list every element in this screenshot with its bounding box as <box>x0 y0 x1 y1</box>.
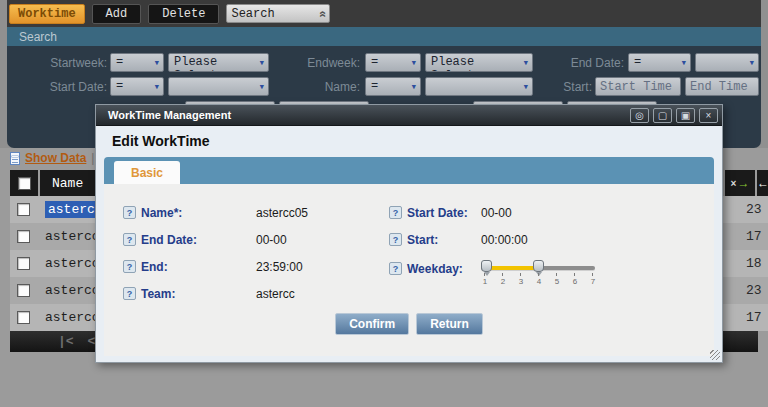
shade-icon[interactable]: ◎ <box>630 108 649 123</box>
row-right-value: 23 <box>746 283 768 298</box>
row-checkbox[interactable] <box>17 311 30 324</box>
tick-label: 6 <box>569 274 581 283</box>
startweek-label: Startweek: <box>35 56 107 70</box>
slider-ticks: 1 2 3 4 5 6 7 <box>481 274 601 290</box>
top-toolbar: Worktime Add Delete Search « <box>7 0 761 27</box>
start-field-value: 00:00:00 <box>481 233 528 247</box>
start-date-label: Start Date: <box>35 80 107 94</box>
close-icon[interactable]: × <box>699 108 718 123</box>
startweek-value-select[interactable]: Please Select <box>168 53 269 72</box>
slider-handle-to[interactable] <box>533 260 544 272</box>
help-icon[interactable]: ? <box>123 206 136 219</box>
help-icon[interactable]: ? <box>389 206 402 219</box>
end-date-value-select[interactable] <box>695 53 759 72</box>
search-panel-header: Search <box>7 27 761 46</box>
tick-label: 7 <box>587 274 599 283</box>
search-collapse-select[interactable]: Search « <box>226 4 330 23</box>
row-checkbox[interactable] <box>17 284 30 297</box>
weekday-range-slider: 1 2 3 4 5 6 7 <box>481 260 601 290</box>
team-field-value: astercc <box>256 287 295 301</box>
name-operator-select[interactable]: = <box>365 77 421 96</box>
tick-label: 2 <box>497 274 509 283</box>
first-page-button[interactable]: |< <box>58 334 74 349</box>
name-value-select[interactable] <box>425 77 533 96</box>
arrow-right-icon: → <box>737 176 749 190</box>
slider-handle-from[interactable] <box>481 260 492 272</box>
help-icon[interactable]: ? <box>123 287 136 300</box>
help-icon[interactable]: ? <box>389 233 402 246</box>
maximize-icon[interactable]: ▣ <box>676 108 695 123</box>
endweek-label: Endweek: <box>295 56 360 70</box>
startweek-operator-select[interactable]: = <box>110 53 164 72</box>
row-checkbox[interactable] <box>17 257 30 270</box>
scroll-left-column-header[interactable]: ← <box>757 170 768 196</box>
separator: | <box>91 151 94 165</box>
row-right-value: 17 <box>746 310 768 325</box>
start-time-to-input[interactable]: End Time <box>685 77 759 96</box>
dialog-tabbar: Basic <box>104 157 714 184</box>
start-date-value-select[interactable] <box>168 77 269 96</box>
end-date-field-value: 00-00 <box>256 233 287 247</box>
show-data-link[interactable]: Show Data <box>25 151 86 165</box>
end-date-field-label: End Date: <box>141 233 197 247</box>
select-all-checkbox[interactable] <box>18 177 31 190</box>
select-all-cell <box>10 170 38 196</box>
row-right-value: 17 <box>746 229 768 244</box>
help-icon[interactable]: ? <box>389 262 402 275</box>
start-field-label: Start: <box>407 233 438 247</box>
dialog-resize-handle[interactable] <box>710 350 720 360</box>
weekday-field-label: Weekday: <box>407 262 463 276</box>
tick-label: 3 <box>515 274 527 283</box>
start-date-operator-select[interactable]: = <box>110 77 164 96</box>
row-right-value: 18 <box>746 256 768 271</box>
end-field-value: 23:59:00 <box>256 260 303 274</box>
dialog-titlebar[interactable]: WorkTime Management ◎ ▢ ▣ × <box>96 105 722 126</box>
end-date-label: End Date: <box>550 56 624 70</box>
help-icon[interactable]: ? <box>123 233 136 246</box>
team-field-label: Team: <box>141 287 175 301</box>
scroll-right-column-header[interactable]: × → <box>725 170 755 196</box>
slider-selected-range <box>484 266 540 270</box>
name-field-value: astercc05 <box>256 206 308 220</box>
start-date-field-value: 00-00 <box>481 206 512 220</box>
endweek-operator-select[interactable]: = <box>365 53 421 72</box>
arrow-left-icon: ← <box>757 176 768 190</box>
name-field-label: Name*: <box>141 206 182 220</box>
tick-label: 1 <box>479 274 491 283</box>
tick-label: 4 <box>533 274 545 283</box>
tick-label: 5 <box>551 274 563 283</box>
delete-button[interactable]: Delete <box>148 4 219 24</box>
end-field-label: End: <box>141 260 168 274</box>
dialog-title: WorkTime Management <box>108 109 231 121</box>
worktime-module-button[interactable]: Worktime <box>9 4 85 24</box>
restore-icon[interactable]: ▢ <box>653 108 672 123</box>
start-time-label: Start: <box>550 80 592 94</box>
return-button[interactable]: Return <box>416 313 483 335</box>
confirm-button[interactable]: Confirm <box>335 313 409 335</box>
dialog-heading: Edit WorkTime <box>112 133 210 149</box>
freeze-x-icon: × <box>731 178 737 189</box>
worktime-dialog: WorkTime Management ◎ ▢ ▣ × Edit WorkTim… <box>95 104 723 363</box>
dialog-buttons: Confirm Return <box>96 313 722 335</box>
endweek-value-select[interactable]: Please Select <box>425 53 533 72</box>
start-time-from-input[interactable]: Start Time <box>595 77 681 96</box>
dialog-window-controls: ◎ ▢ ▣ × <box>630 108 718 123</box>
row-checkbox[interactable] <box>17 203 30 216</box>
tab-basic[interactable]: Basic <box>114 161 180 184</box>
add-button[interactable]: Add <box>92 4 142 24</box>
show-data-icon <box>10 152 20 165</box>
end-date-operator-select[interactable]: = <box>628 53 691 72</box>
start-date-field-label: Start Date: <box>407 206 468 220</box>
row-right-value: 23 <box>746 202 768 217</box>
name-filter-label: Name: <box>295 80 360 94</box>
help-icon[interactable]: ? <box>123 260 136 273</box>
collapse-chevron-icon: « <box>315 10 329 17</box>
search-select-label: Search <box>231 7 274 21</box>
row-checkbox[interactable] <box>17 230 30 243</box>
